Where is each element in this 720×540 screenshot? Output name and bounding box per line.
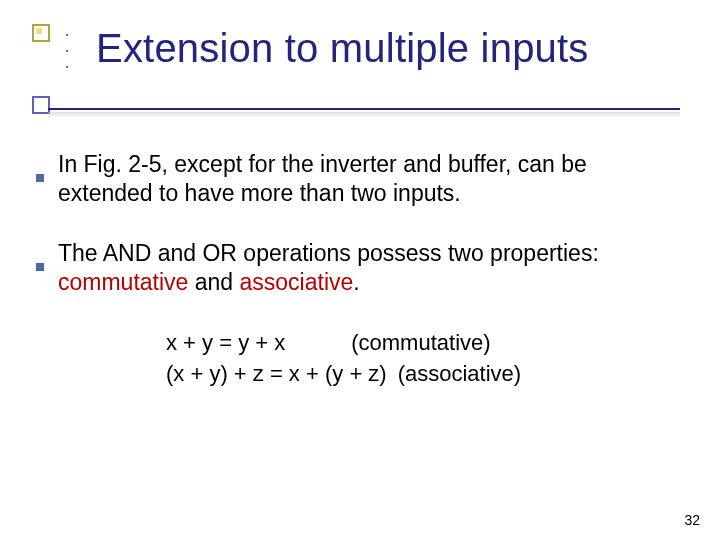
slide-body: In Fig. 2-5, except for the inverter and… [36, 150, 680, 389]
bullet-item: The AND and OR operations possess two pr… [36, 239, 680, 298]
bullet-icon [36, 150, 58, 189]
title-underline [48, 108, 680, 110]
text-run: and [188, 269, 239, 295]
title-shadow [48, 112, 680, 118]
bullet-text: The AND and OR operations possess two pr… [58, 239, 680, 298]
text-run: The AND and OR operations possess two pr… [58, 240, 599, 266]
page-number: 32 [684, 512, 700, 528]
slide-title: Extension to multiple inputs [96, 26, 680, 70]
equation-block: x + y = y + x (commutative) (x + y) + z … [166, 328, 680, 390]
keyword-associative: associative [240, 269, 354, 295]
ornament-dot [66, 66, 68, 68]
text-run: . [353, 269, 359, 295]
keyword-commutative: commutative [58, 269, 188, 295]
corner-ornament [32, 24, 60, 116]
bullet-text: In Fig. 2-5, except for the inverter and… [58, 150, 680, 209]
bullet-icon [36, 239, 58, 278]
bullet-item: In Fig. 2-5, except for the inverter and… [36, 150, 680, 209]
ornament-dot [66, 50, 68, 52]
equation-associative: (x + y) + z = x + (y + z) (associative) [166, 359, 680, 390]
equation-commutative: x + y = y + x (commutative) [166, 328, 680, 359]
ornament-dot [66, 34, 68, 36]
ornament-square-yellow [32, 24, 50, 42]
